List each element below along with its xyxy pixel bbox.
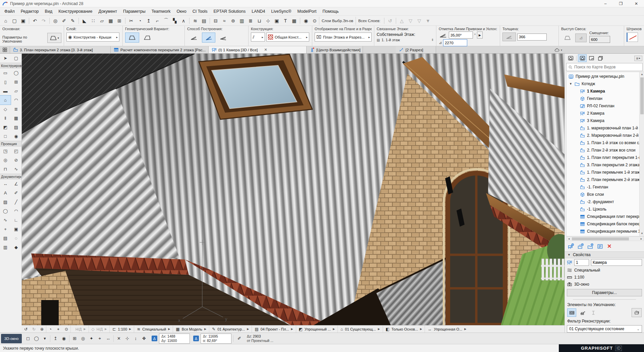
tree-item[interactable]: ▼ Спецификация балок перекр (567, 220, 639, 228)
chevron-down-icon[interactable]: ▼ (569, 82, 573, 85)
undo-icon[interactable]: ↶ (31, 17, 39, 25)
surface-hatch-button[interactable] (627, 33, 638, 42)
orientation[interactable]: ◇Н/Д▶ (89, 326, 110, 333)
new-file-icon[interactable]: ▢ (10, 17, 19, 25)
circle-tool[interactable]: ◯ (0, 207, 11, 216)
wall-options-icon[interactable]: ⊟ (211, 17, 220, 25)
geometry-poly-button[interactable] (125, 33, 139, 43)
schedule-icon[interactable]: ▦ (290, 17, 299, 25)
zone-category-icon[interactable]: ⊔ (255, 17, 264, 25)
tab-close-icon[interactable]: ✕ (264, 48, 267, 52)
elevation-input[interactable] (443, 39, 467, 46)
tree-item[interactable]: ▼ 3. План перекрытия 2 этажа (567, 161, 639, 169)
menu-item[interactable]: Документ (96, 8, 120, 15)
object-tool[interactable]: □ (0, 132, 11, 141)
tree-item[interactable]: ▼ 1. План перемычек 1-й этаж (567, 169, 639, 176)
favorite-icon[interactable]: ▣ (272, 17, 281, 25)
layers-icon[interactable]: ≋ (191, 17, 200, 25)
thickness-input[interactable] (517, 34, 547, 41)
method-3-button[interactable] (217, 33, 230, 43)
marker-next-icon[interactable]: ▼ (424, 17, 432, 25)
surface-icon[interactable]: ▥ (237, 17, 246, 25)
marquee-tool[interactable]: ▢ (11, 54, 21, 63)
path-tool[interactable]: ∿ (11, 165, 21, 174)
move-icon[interactable]: ✥ (140, 335, 148, 343)
tree-item[interactable]: ▼ Все слои (567, 191, 639, 198)
tree-item[interactable]: ▼ Генплан (567, 95, 639, 102)
composite-dropdown[interactable]: Общая Конст...▸ (266, 33, 309, 42)
menu-item[interactable]: Конструирование (55, 8, 95, 15)
capture-icon[interactable]: ◎ (79, 335, 87, 343)
angle-input[interactable] (449, 32, 473, 39)
slab-tool[interactable]: ▱ (11, 86, 21, 96)
fill-tool[interactable]: ▨ (0, 197, 11, 207)
publisher-tab-icon[interactable] (596, 55, 604, 62)
view-id-input[interactable] (574, 259, 589, 266)
zone-tool[interactable]: ◩ (0, 123, 11, 132)
menu-item[interactable]: ModelPort (294, 8, 319, 15)
steel-element-button[interactable] (589, 308, 598, 317)
tree-item[interactable]: ▼ Пример для черепицы,pln (567, 73, 639, 80)
perspective-tool[interactable]: ◳ (0, 146, 11, 156)
navigator-menu-button[interactable]: ≡▸ (634, 56, 642, 61)
tree-item[interactable]: ▼ 3 Камера (567, 117, 639, 124)
tree-scrollbar[interactable]: ▲ ▼ (639, 72, 644, 236)
excavator-element-button[interactable] (578, 308, 587, 317)
tree-item[interactable]: ▼ 1. маркеровочный план 1-й з (567, 124, 639, 132)
resize-icon[interactable]: ▚ (170, 17, 179, 25)
settings-button[interactable]: Параметры... (567, 289, 642, 296)
window-tool[interactable]: ⊞ (11, 77, 21, 86)
zoom-preset[interactable]: Н/Д▶ (71, 326, 89, 333)
worksheet-tool[interactable]: ▥ (0, 243, 11, 252)
view-name-input[interactable] (591, 259, 642, 266)
text-tool[interactable]: A (0, 188, 11, 197)
minimize-button[interactable]: – (598, 0, 613, 7)
polyline-tool[interactable]: ∟ (11, 216, 21, 225)
marker-up-icon[interactable]: △ (397, 17, 406, 25)
thickness-icon-button[interactable] (502, 33, 516, 41)
menu-item[interactable]: Помощь (319, 8, 341, 15)
railing-tool[interactable]: ‖ (0, 114, 11, 123)
graphic-override[interactable]: ◩Упрощенный ...▶ (296, 326, 338, 333)
display-dropdown[interactable]: ⌧План Этажа и Разрез...▸ (315, 33, 372, 42)
view-map-tab-icon[interactable] (578, 55, 586, 62)
stair-tool[interactable]: ≣ (11, 105, 21, 114)
close-icon[interactable]: ✕ (115, 335, 123, 343)
detail-tool[interactable]: ◌ (11, 234, 21, 243)
elevation-tool[interactable]: ⊓ (0, 165, 11, 174)
layer-combination[interactable]: ≋Специальный▶ (134, 326, 173, 333)
orbit-icon[interactable]: ◔ (46, 326, 54, 333)
morph-tool[interactable]: ◇ (0, 105, 11, 114)
layout-profile[interactable]: ▤04 Проект - Пл...▶ (252, 326, 296, 333)
tree-item[interactable]: ▼ 2. Маркировочный план 2-й (567, 132, 639, 139)
wall-tool[interactable]: ▭ (0, 68, 11, 77)
stories-icon[interactable]: ▤ (200, 17, 208, 25)
tree-item[interactable]: ▼ -2. фундамент (567, 198, 639, 206)
tree-item[interactable]: ▼ Спецификация плит перекрь (567, 213, 639, 220)
text-style-icon[interactable]: T (281, 17, 290, 25)
save-icon[interactable]: ▣ (19, 17, 28, 25)
beam-tool[interactable]: ▬ (0, 86, 11, 96)
zoom-in-icon[interactable]: ⊕ (38, 326, 46, 333)
save-viewpoint-button[interactable] (568, 243, 574, 249)
folders-button[interactable] (632, 308, 642, 317)
curtain-wall-tool[interactable]: ▦ (11, 114, 21, 123)
angle-dimension-tool[interactable]: ∠ (11, 179, 21, 188)
lamp-tool[interactable]: ◉ (11, 132, 21, 141)
corner-icon[interactable]: ⌐ (153, 17, 162, 25)
delete-view-button[interactable]: ✕ (607, 243, 611, 249)
properties-header[interactable]: ▼ Свойства (565, 251, 644, 258)
intersect-icon[interactable]: ∧ (179, 17, 188, 25)
partial-structure[interactable]: ◧Только Основ...▶ (383, 326, 425, 333)
explore-icon[interactable]: ⌖ (54, 326, 62, 333)
line-tool[interactable]: ╱ (11, 197, 21, 207)
guide-lines-icon[interactable]: ▱ (98, 17, 106, 25)
look-icon[interactable]: ◉ (60, 335, 68, 343)
3d-window-button[interactable]: 3D-окно (1, 334, 22, 343)
redo-icon[interactable]: ↷ (39, 17, 48, 25)
tree-item[interactable]: ▼ 1. План 1-й этаж со всеми сло (567, 139, 639, 146)
tree-item[interactable]: ▼ Котедж (567, 80, 639, 87)
teamwork-cloud[interactable]: ▾ (552, 46, 564, 54)
building-material-icon[interactable]: ≣ (246, 17, 255, 25)
hotspot-tool[interactable]: + (0, 225, 11, 234)
